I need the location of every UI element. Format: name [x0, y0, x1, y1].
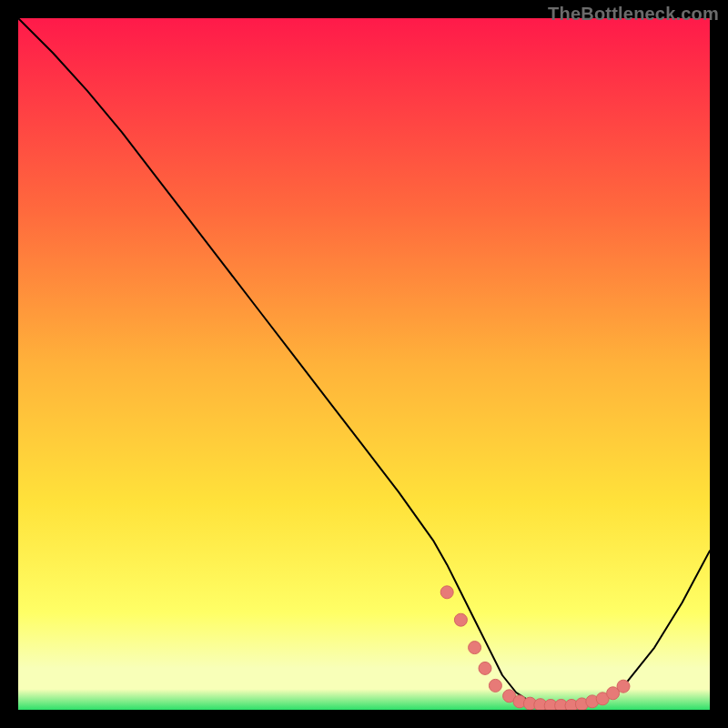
watermark-label: TheBottleneck.com	[548, 4, 719, 25]
chart-stage: TheBottleneck.com	[0, 0, 728, 728]
curve-marker	[469, 642, 481, 654]
curve-marker	[617, 680, 630, 693]
chart-plot-area	[18, 18, 710, 710]
chart-svg	[18, 18, 710, 710]
curve-marker	[440, 586, 453, 599]
chart-background	[18, 18, 710, 710]
curve-marker	[489, 679, 501, 692]
curve-marker	[454, 613, 467, 626]
curve-marker	[479, 662, 491, 674]
